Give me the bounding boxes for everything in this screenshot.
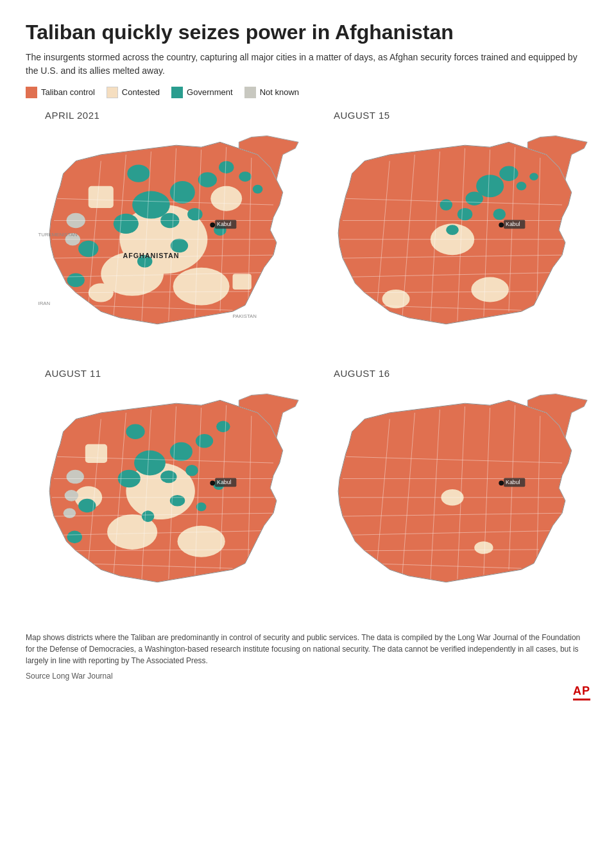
main-title: Taliban quickly seizes power in Afghanis… (26, 21, 590, 44)
svg-rect-3 (89, 186, 114, 208)
legend-item-taliban: Taliban control (26, 87, 95, 98)
taliban-swatch (26, 87, 37, 98)
svg-point-83 (216, 421, 230, 433)
svg-text:Kabul: Kabul (217, 479, 232, 485)
svg-point-19 (67, 273, 85, 286)
legend-item-government: Government (171, 87, 233, 98)
svg-text:PAKISTAN: PAKISTAN (232, 313, 256, 319)
government-swatch (171, 87, 183, 98)
legend-label-taliban: Taliban control (41, 87, 95, 97)
map-cell-april2021: APRIL 2021 (26, 110, 302, 361)
svg-point-12 (239, 171, 252, 182)
svg-text:Kabul: Kabul (506, 479, 520, 485)
svg-point-13 (253, 185, 263, 194)
svg-point-129 (499, 481, 504, 486)
svg-point-53 (493, 209, 506, 220)
svg-point-86 (185, 465, 198, 476)
svg-text:Kabul: Kabul (506, 221, 520, 227)
svg-point-42 (210, 222, 215, 227)
svg-point-50 (466, 191, 483, 205)
svg-point-85 (160, 471, 176, 483)
map-label-aug16: AUGUST 16 (334, 368, 390, 379)
footnote: Map shows districts where the Taliban ar… (26, 632, 590, 666)
map-container-aug11: Kabul (26, 381, 302, 620)
svg-point-55 (529, 173, 538, 180)
maps-grid: APRIL 2021 (26, 110, 590, 620)
svg-point-54 (517, 182, 527, 191)
svg-text:AFGHANISTAN: AFGHANISTAN (123, 252, 179, 259)
map-cell-aug16: AUGUST 16 (314, 368, 590, 620)
svg-point-51 (458, 208, 472, 221)
svg-point-76 (177, 526, 225, 557)
svg-text:Kabul: Kabul (217, 221, 232, 227)
svg-point-52 (440, 199, 452, 211)
map-container-aug16: Kabul (314, 381, 590, 620)
svg-point-80 (170, 442, 193, 461)
svg-point-93 (67, 470, 84, 483)
map-cell-aug15: AUGUST 15 (314, 110, 590, 361)
svg-point-9 (198, 172, 217, 187)
source-line: Source Long War Journal (26, 672, 590, 681)
svg-point-14 (114, 214, 139, 234)
svg-point-46 (471, 277, 509, 302)
map-container-april2021: AFGHANISTAN TURKMENISTAN IRAN PAKISTAN K… (26, 123, 302, 361)
svg-point-110 (210, 481, 215, 486)
svg-point-8 (170, 181, 195, 204)
legend: Taliban control Contested Government Not… (26, 87, 590, 98)
svg-point-56 (446, 225, 459, 235)
ap-logo: AP (573, 684, 590, 700)
contested-swatch (107, 87, 118, 98)
map-label-aug15: AUGUST 15 (334, 110, 390, 121)
svg-point-89 (67, 531, 82, 544)
svg-point-71 (499, 222, 504, 227)
map-cell-aug11: AUGUST 11 (26, 368, 302, 620)
svg-point-4 (210, 186, 242, 211)
svg-point-114 (474, 541, 493, 554)
map-label-april2021: APRIL 2021 (45, 110, 99, 121)
svg-rect-77 (85, 444, 107, 463)
svg-point-95 (64, 509, 76, 519)
legend-label-government: Government (187, 87, 233, 97)
legend-item-notknown: Not known (244, 87, 299, 98)
svg-point-18 (78, 241, 98, 257)
svg-point-11 (219, 161, 234, 173)
svg-point-16 (187, 208, 202, 221)
map-label-aug11: AUGUST 11 (45, 368, 101, 379)
svg-point-10 (127, 164, 150, 182)
svg-point-82 (126, 424, 144, 439)
svg-text:TURKMENISTAN: TURKMENISTAN (38, 232, 78, 238)
svg-point-90 (142, 510, 155, 522)
map-container-aug15: Kabul (314, 123, 590, 361)
svg-point-94 (65, 490, 78, 501)
subtitle: The insurgents stormed across the countr… (26, 51, 578, 78)
svg-text:IRAN: IRAN (38, 300, 51, 306)
legend-item-contested: Contested (107, 87, 160, 98)
ap-logo-area: AP (26, 684, 590, 700)
svg-point-49 (499, 166, 518, 180)
svg-point-17 (171, 239, 188, 252)
svg-point-81 (196, 434, 213, 448)
legend-label-notknown: Not known (260, 87, 299, 97)
notknown-swatch (244, 87, 256, 98)
svg-point-79 (134, 451, 166, 476)
legend-label-contested: Contested (122, 87, 160, 97)
